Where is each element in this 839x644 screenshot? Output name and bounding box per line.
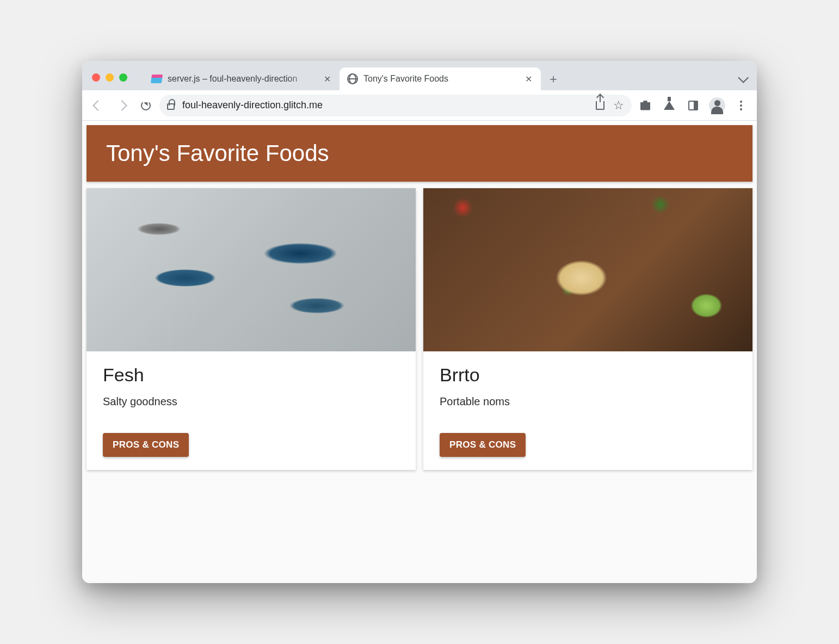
new-tab-button[interactable]: ＋ <box>544 70 563 88</box>
chevron-down-icon <box>738 72 749 83</box>
browser-tab-active[interactable]: Tony's Favorite Foods ✕ <box>340 67 541 90</box>
card-actions: PROS & CONS <box>87 426 416 470</box>
page-content: Tony's Favorite Foods Fesh Salty goodnes… <box>82 125 757 583</box>
maximize-window-button[interactable] <box>119 73 127 82</box>
kebab-icon <box>740 101 742 110</box>
menu-button[interactable] <box>731 95 751 116</box>
arrow-left-icon <box>92 100 103 111</box>
card-title: Fesh <box>103 364 399 386</box>
card-body: Brrto Portable noms <box>423 351 752 416</box>
card-actions: PROS & CONS <box>423 426 752 470</box>
extensions-button[interactable] <box>635 95 656 116</box>
browser-window: server.js – foul-heavenly-direction ✕ To… <box>82 61 757 583</box>
omnibox-actions: ☆ <box>596 100 624 112</box>
arrow-right-icon <box>116 100 127 111</box>
card-description: Portable noms <box>440 395 736 408</box>
browser-toolbar: foul-heavenly-direction.glitch.me ☆ <box>82 90 757 121</box>
reload-button[interactable] <box>135 95 156 116</box>
puzzle-icon <box>640 101 650 110</box>
url-text: foul-heavenly-direction.glitch.me <box>182 100 323 111</box>
reload-icon <box>141 101 151 110</box>
food-card: Fesh Salty goodness PROS & CONS <box>87 188 416 470</box>
tab-strip: server.js – foul-heavenly-direction ✕ To… <box>82 61 757 90</box>
bookmark-icon[interactable]: ☆ <box>613 100 624 112</box>
avatar-icon <box>709 97 725 114</box>
window-controls <box>92 73 127 82</box>
card-image-burrito <box>423 188 752 351</box>
card-title: Brrto <box>440 364 736 386</box>
back-button[interactable] <box>88 95 108 116</box>
tab-title: server.js – foul-heavenly-direction <box>168 74 317 84</box>
minimize-window-button[interactable] <box>106 73 114 82</box>
viewport: Tony's Favorite Foods Fesh Salty goodnes… <box>82 121 757 583</box>
card-description: Salty goodness <box>103 395 399 408</box>
food-card: Brrto Portable noms PROS & CONS <box>423 188 752 470</box>
glitch-icon <box>151 73 162 84</box>
card-image-fish <box>87 188 416 351</box>
card-grid: Fesh Salty goodness PROS & CONS Brrto Po… <box>82 186 757 472</box>
side-panel-button[interactable] <box>683 95 704 116</box>
forward-button[interactable] <box>112 95 132 116</box>
close-tab-icon[interactable]: ✕ <box>322 74 332 84</box>
card-body: Fesh Salty goodness <box>87 351 416 416</box>
tab-overflow-button[interactable] <box>733 70 751 88</box>
browser-tab-inactive[interactable]: server.js – foul-heavenly-direction ✕ <box>144 67 340 90</box>
panel-icon <box>688 101 698 110</box>
close-window-button[interactable] <box>92 73 100 82</box>
share-icon[interactable] <box>596 101 604 110</box>
labs-button[interactable] <box>659 95 680 116</box>
page-title: Tony's Favorite Foods <box>87 125 752 182</box>
lock-icon <box>167 103 175 110</box>
pros-cons-button[interactable]: PROS & CONS <box>440 433 526 457</box>
pros-cons-button[interactable]: PROS & CONS <box>103 433 189 457</box>
profile-button[interactable] <box>707 95 727 116</box>
close-tab-icon[interactable]: ✕ <box>523 74 533 84</box>
globe-icon <box>347 73 358 84</box>
address-bar[interactable]: foul-heavenly-direction.glitch.me ☆ <box>159 95 632 116</box>
flask-icon <box>664 101 675 110</box>
tab-title: Tony's Favorite Foods <box>363 74 518 84</box>
